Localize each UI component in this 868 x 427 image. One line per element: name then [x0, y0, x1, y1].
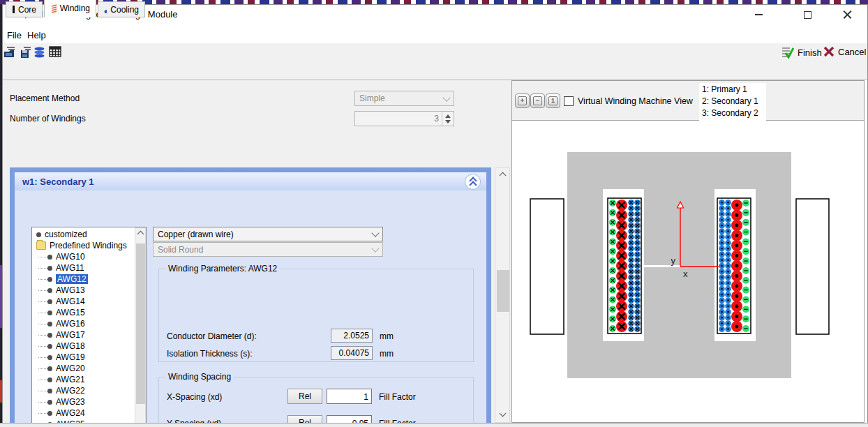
isolation-thickness-field[interactable]: 0.04075	[331, 346, 373, 360]
layers-icon[interactable]	[33, 46, 45, 59]
tree-item-awg22[interactable]: AWG22	[32, 385, 146, 396]
conductor-diameter-unit: mm	[380, 331, 394, 341]
number-of-windings-spinner[interactable]: 3	[354, 111, 454, 126]
spinner-up-icon[interactable]	[445, 114, 451, 118]
svg-text:x: x	[683, 269, 688, 279]
tree-item-awg24[interactable]: AWG24	[32, 407, 146, 419]
tree-connector	[38, 301, 47, 302]
tree-scrollbar-thumb[interactable]	[136, 244, 145, 404]
tree-item-predefined-windings[interactable]: Predefined Windings	[32, 240, 146, 251]
cancel-label: Cancel	[838, 47, 866, 57]
bullet-icon	[47, 322, 52, 327]
tree-item-awg11[interactable]: AWG11	[32, 262, 146, 274]
menu-help[interactable]: Help	[23, 29, 50, 42]
tree-item-awg10[interactable]: AWG10	[32, 251, 146, 262]
tree-item-label: AWG14	[56, 297, 85, 306]
grid-icon[interactable]	[49, 46, 62, 58]
wire-shape-value: Solid Round	[158, 245, 203, 255]
tree-item-awg15[interactable]: AWG15	[32, 307, 146, 318]
tree-connector	[38, 346, 47, 347]
bullet-icon	[47, 288, 52, 293]
spinner-down-icon[interactable]	[445, 120, 451, 123]
tree-item-awg16[interactable]: AWG16	[32, 318, 146, 329]
predefined-windings-tree[interactable]: customizedPredefined WindingsAWG10AWG11A…	[31, 227, 147, 427]
winding-panel-body: customizedPredefined WindingsAWG10AWG11A…	[15, 190, 486, 427]
tree-item-awg12[interactable]: AWG12	[32, 274, 146, 285]
x-spacing-field[interactable]: 1	[327, 389, 372, 404]
isolation-thickness-label: Isolation Thickness (s):	[167, 349, 253, 359]
tree-item-label: customized	[45, 230, 87, 239]
scroll-down-icon[interactable]	[500, 410, 507, 417]
legend-entry: 2: Secondary 1	[702, 96, 766, 107]
winding-icon	[50, 3, 57, 13]
tab-winding[interactable]: Winding	[44, 0, 96, 17]
tree-item-awg17[interactable]: AWG17	[32, 329, 146, 340]
tree-item-customized[interactable]: customized	[32, 229, 146, 240]
isolation-thickness-unit: mm	[380, 349, 394, 359]
dialog-bottom-edge	[0, 423, 868, 427]
tree-connector	[38, 413, 47, 414]
minimize-button[interactable]	[748, 6, 769, 24]
tab-core[interactable]: Core	[6, 1, 43, 17]
zoom-in-button[interactable]: +	[515, 93, 530, 108]
virtual-winding-machine-checkbox[interactable]	[564, 96, 574, 106]
left-pane-scrollbar[interactable]	[495, 167, 510, 423]
virtual-winding-machine-label: Virtual Winding Machine View	[578, 96, 693, 106]
close-button[interactable]	[837, 6, 858, 24]
bullet-icon	[47, 255, 52, 260]
tree-scrollbar[interactable]	[135, 227, 146, 427]
app-root: SIMPLIS Magnetics Design Module File Hel…	[0, 0, 868, 427]
tree-item-label: AWG22	[56, 386, 85, 396]
left-pane-scrollbar-thumb[interactable]	[497, 270, 509, 312]
tree-item-awg20[interactable]: AWG20	[32, 363, 146, 374]
tree-item-awg18[interactable]: AWG18	[32, 340, 146, 352]
finish-check-icon	[781, 46, 794, 59]
maximize-button[interactable]	[797, 6, 818, 24]
winding-spacing-title: Winding Spacing	[165, 372, 234, 382]
legend-entry: 3: Secondary 2	[702, 107, 766, 119]
bullet-icon	[47, 377, 52, 382]
tree-item-awg14[interactable]: AWG14	[32, 296, 146, 307]
tree-connector	[38, 313, 47, 313]
x-spacing-rel-button[interactable]: Rel	[287, 389, 322, 404]
bullet-icon	[47, 277, 52, 282]
wire-shape-combo[interactable]: Solid Round	[153, 242, 383, 257]
tab-winding-label: Winding	[60, 3, 90, 13]
bullet-icon	[47, 389, 52, 394]
conductor-diameter-field[interactable]: 2.0525	[331, 329, 373, 343]
tree-scroll-up-icon[interactable]	[137, 231, 144, 238]
bullet-icon	[47, 411, 52, 416]
legend-entry: 1: Primary 1	[702, 84, 766, 96]
tree-connector	[38, 357, 47, 358]
material-combo[interactable]: Copper (drawn wire)	[153, 227, 383, 241]
scroll-up-icon[interactable]	[500, 172, 507, 179]
bullet-icon	[47, 266, 52, 271]
tree-item-label: AWG19	[56, 352, 85, 362]
tab-cooling[interactable]: Cooling	[98, 1, 145, 17]
finish-button[interactable]: Finish	[781, 46, 822, 59]
zoom-reset-button[interactable]: 1	[546, 93, 560, 108]
tab-strip	[3, 63, 867, 80]
collapse-panel-button[interactable]	[465, 174, 481, 190]
tree-item-awg23[interactable]: AWG23	[32, 396, 146, 407]
tree-item-label: AWG23	[56, 397, 85, 407]
tree-item-label: AWG13	[56, 285, 85, 295]
tree-item-awg19[interactable]: AWG19	[32, 352, 146, 363]
x-spacing-label: X-Spacing (xd)	[167, 392, 222, 402]
tree-item-awg21[interactable]: AWG21	[32, 374, 146, 385]
placement-method-combo[interactable]: Simple	[354, 91, 454, 106]
tree-connector	[38, 268, 47, 269]
save-icon[interactable]	[20, 46, 33, 59]
tree-item-label: AWG17	[56, 330, 85, 340]
preview-header: + − 1 Virtual Winding Machine View 1: Pr…	[512, 81, 864, 121]
tree-connector	[38, 257, 47, 257]
tree-item-label: AWG21	[56, 375, 85, 384]
tree-item-awg13[interactable]: AWG13	[32, 285, 146, 296]
cancel-button[interactable]: Cancel	[823, 46, 866, 57]
core-icon	[12, 6, 15, 13]
svg-text:y: y	[671, 255, 676, 266]
zoom-out-button[interactable]: −	[530, 93, 545, 108]
printer-icon[interactable]	[3, 46, 17, 59]
menu-file[interactable]: File	[3, 29, 26, 42]
chevron-down-icon	[371, 229, 379, 237]
